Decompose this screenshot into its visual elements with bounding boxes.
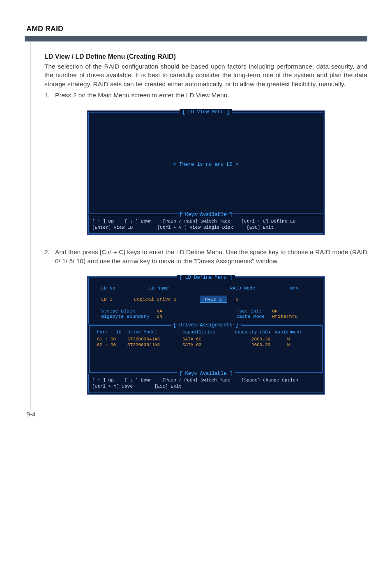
- left-settings: Stripe Block Gigabyte Boundary NA ON: [101, 308, 162, 319]
- cache-mode-label: Cache Mode: [236, 314, 265, 319]
- bios-ld-view-keys: [ Keys Available ] [ ↑ ] Up [ ↓ ] Down […: [88, 215, 323, 234]
- bios-ld-define-settings: Stripe Block Gigabyte Boundary NA ON Fsa…: [93, 304, 319, 322]
- raidmode-label: RAID Mode: [230, 285, 271, 291]
- drives-header-row: Port : ID Drive Model Capabilities Capac…: [93, 328, 319, 336]
- fast-init-value: ON: [272, 308, 297, 314]
- bios-ld-define-title: [ LD Define Menu ]: [93, 275, 319, 280]
- bios-keys-line2: [Ctrl + Y] Save [ESC] Exit: [92, 384, 320, 390]
- col-capacity-gb: Capacity (GB): [225, 330, 270, 335]
- step-2-number: 2.: [44, 248, 55, 265]
- drive-row[interactable]: 01 : 00 ST32000641AS SATA 6G 2000.39 N: [93, 336, 319, 342]
- page: AMD RAID LD View / LD Define Menu (Creat…: [0, 0, 392, 434]
- bios-ld-define: [ LD Define Menu ] LD No LD Name RAID Mo…: [87, 276, 325, 395]
- step-1: 1. Press 2 on the Main Menu screen to en…: [44, 91, 367, 99]
- gigabyte-boundary-label: Gigabyte Boundary: [101, 314, 149, 319]
- header-bar: [25, 36, 367, 41]
- right-settings: Fsat Init Cache Mode ON WriteThru: [236, 308, 297, 319]
- bios-ld-define-frame: [ LD Define Menu ] LD No LD Name RAID Mo…: [88, 278, 323, 324]
- page-number: B-4: [25, 411, 367, 418]
- intro-paragraph: The selection of the RAID configuration …: [44, 62, 367, 88]
- drv-value: 0: [235, 296, 252, 302]
- gigabyte-boundary-value: ON: [157, 314, 162, 319]
- stripe-block-label: Stripe Block: [101, 308, 149, 314]
- side-line: [30, 42, 31, 409]
- drives-assignments-frame: [ Drives Assignments ] Port : ID Drive M…: [89, 325, 323, 373]
- bios-ld-view: [ LD View Menu ] < There is no any LD > …: [87, 110, 325, 236]
- bios-ld-define-header: LD No LD Name RAID Mode Drv: [93, 283, 319, 292]
- col-port-id: Port : ID: [97, 330, 126, 335]
- bios-ld-define-row: LD 1 Logical Drive 1 RAID 1 0: [93, 292, 319, 304]
- drive-row[interactable]: 02 : 00 ST32000641AS SATA 6G 2000.39 N: [93, 342, 319, 348]
- content-area: LD View / LD Define Menu (Creating RAID)…: [25, 53, 367, 395]
- bios-ld-view-title: [ LD View Menu ]: [93, 109, 319, 115]
- section-title: LD View / LD Define Menu (Creating RAID): [44, 53, 367, 60]
- cache-mode-value: WriteThru: [272, 314, 297, 319]
- step-2-text: And then press [Ctrl + C] keys to enter …: [55, 248, 367, 265]
- raid-mode-selected[interactable]: RAID 1: [200, 296, 227, 303]
- ldname-label: LD Name: [149, 285, 211, 291]
- step-1-number: 1.: [44, 91, 55, 99]
- col-capabilities: Capabilities: [182, 330, 224, 335]
- bios-keys-title: [ Keys Available ]: [92, 371, 320, 377]
- ldno-label: LD No: [101, 285, 130, 291]
- page-title: AMD RAID: [25, 25, 367, 33]
- bios-keys-line1: [ ↑ ] Up [ ↓ ] Down [PaUp / PaDn] Switch…: [92, 377, 320, 384]
- bios-ld-view-frame: [ LD View Menu ] < There is no any LD >: [88, 112, 323, 214]
- col-assignment: Assignment: [272, 330, 305, 335]
- bios-ld-view-message: < There is no any LD >: [173, 162, 238, 168]
- ld-name: Logical Drive 1: [134, 296, 191, 302]
- col-drive-model: Drive Model: [127, 330, 181, 335]
- stripe-block-value: NA: [157, 308, 162, 314]
- bios-keys-line1: [ ↑ ] Up [ ↓ ] Down [PaUp / PaDn] Switch…: [92, 218, 320, 225]
- drv-label: Drv: [290, 285, 311, 291]
- bios-ld-define-keys: [ Keys Available ] [ ↑ ] Up [ ↓ ] Down […: [88, 374, 323, 393]
- ld-number: LD 1: [101, 296, 126, 302]
- step-2: 2. And then press [Ctrl + C] keys to ent…: [44, 248, 367, 265]
- bios-keys-line2: [Enter] View LD [Ctrl + V ] View Single …: [92, 225, 320, 231]
- step-1-text: Press 2 on the Main Menu screen to enter…: [55, 91, 367, 99]
- bios-ld-view-body: < There is no any LD >: [93, 117, 319, 212]
- fast-init-label: Fsat Init: [236, 308, 265, 314]
